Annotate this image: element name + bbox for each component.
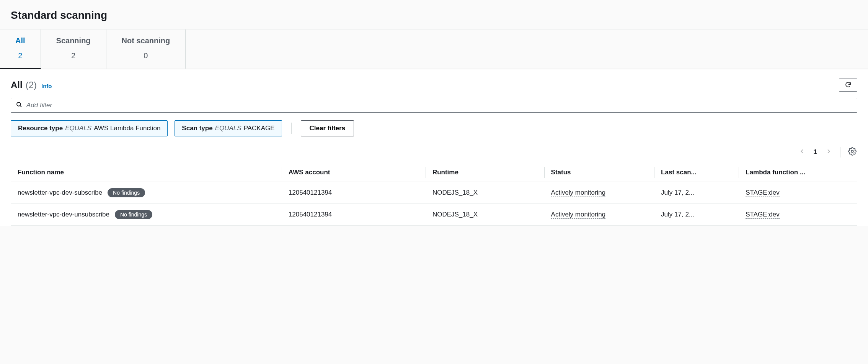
cell-tags: STAGE:dev <box>739 182 857 204</box>
tab-label: All <box>15 36 25 45</box>
filter-key: Scan type <box>182 125 212 132</box>
refresh-icon <box>845 81 852 89</box>
cell-status: Actively monitoring <box>544 204 654 226</box>
divider <box>291 123 292 134</box>
tab-scanning[interactable]: Scanning 2 <box>41 30 106 69</box>
table-row[interactable]: newsletter-vpc-dev-subscribe No findings… <box>11 182 857 204</box>
table-header-row: Function name AWS account Runtime Status… <box>11 163 857 182</box>
status-text: Actively monitoring <box>551 211 606 219</box>
cell-last-scan: July 17, 2... <box>654 204 739 226</box>
tag-text: STAGE:dev <box>746 211 780 219</box>
cell-tags: STAGE:dev <box>739 204 857 226</box>
function-name: newsletter-vpc-dev-unsubscribe <box>18 211 109 218</box>
status-tabs: All 2 Scanning 2 Not scanning 0 <box>0 30 868 69</box>
filter-input-container[interactable] <box>11 98 857 113</box>
tag-text: STAGE:dev <box>746 189 780 197</box>
filter-chip-scan-type[interactable]: Scan type EQUALS PACKAGE <box>175 120 282 136</box>
tab-not-scanning[interactable]: Not scanning 0 <box>106 30 186 69</box>
functions-table: Function name AWS account Runtime Status… <box>11 163 857 226</box>
divider <box>840 147 840 157</box>
tab-label: Scanning <box>56 36 91 45</box>
page-header: Standard scanning <box>0 0 868 30</box>
section-header: All (2) Info <box>11 79 857 92</box>
cell-status: Actively monitoring <box>544 182 654 204</box>
table-row[interactable]: newsletter-vpc-dev-unsubscribe No findin… <box>11 204 857 226</box>
tab-count: 2 <box>15 51 25 60</box>
prev-page-button[interactable] <box>798 147 807 157</box>
cell-runtime: NODEJS_18_X <box>426 182 544 204</box>
filter-value: PACKAGE <box>244 125 275 132</box>
page-title: Standard scanning <box>11 9 857 21</box>
cell-account: 120540121394 <box>282 204 426 226</box>
findings-badge: No findings <box>115 210 152 219</box>
table-settings-button[interactable] <box>847 146 857 157</box>
filter-key: Resource type <box>18 125 63 132</box>
filter-operator: EQUALS <box>65 125 91 132</box>
tab-all[interactable]: All 2 <box>0 30 41 69</box>
next-page-button[interactable] <box>824 147 833 157</box>
search-icon <box>16 101 26 109</box>
findings-badge: No findings <box>108 188 145 197</box>
filter-input[interactable] <box>26 102 852 109</box>
cell-function-name: newsletter-vpc-dev-subscribe No findings <box>11 182 282 204</box>
cell-function-name: newsletter-vpc-dev-unsubscribe No findin… <box>11 204 282 226</box>
section-title-row: All (2) Info <box>11 80 52 90</box>
status-text: Actively monitoring <box>551 189 606 197</box>
tab-label: Not scanning <box>122 36 170 45</box>
svg-line-1 <box>20 105 21 107</box>
page-number: 1 <box>814 148 817 156</box>
col-last-scan[interactable]: Last scan... <box>654 163 739 182</box>
clear-filters-button[interactable]: Clear filters <box>301 120 354 136</box>
section-count: (2) <box>26 80 37 90</box>
gear-icon <box>848 147 857 157</box>
col-runtime[interactable]: Runtime <box>426 163 544 182</box>
filter-chip-resource-type[interactable]: Resource type EQUALS AWS Lambda Function <box>11 120 168 136</box>
col-function-name[interactable]: Function name <box>11 163 282 182</box>
function-name: newsletter-vpc-dev-subscribe <box>18 189 102 197</box>
filter-chips-row: Resource type EQUALS AWS Lambda Function… <box>11 120 857 136</box>
filter-value: AWS Lambda Function <box>94 125 160 132</box>
info-link[interactable]: Info <box>41 83 52 89</box>
cell-last-scan: July 17, 2... <box>654 182 739 204</box>
pagination: 1 <box>11 144 857 163</box>
filter-operator: EQUALS <box>215 125 241 132</box>
refresh-button[interactable] <box>839 79 857 92</box>
content-panel: All (2) Info Resource type EQUALS AWS La… <box>0 69 868 226</box>
col-lambda-tags[interactable]: Lambda function ... <box>739 163 857 182</box>
chevron-right-icon <box>826 148 832 156</box>
tab-count: 0 <box>122 51 170 60</box>
col-aws-account[interactable]: AWS account <box>282 163 426 182</box>
svg-point-0 <box>17 102 21 106</box>
section-title: All <box>11 80 23 90</box>
cell-runtime: NODEJS_18_X <box>426 204 544 226</box>
col-status[interactable]: Status <box>544 163 654 182</box>
svg-point-2 <box>851 150 853 152</box>
chevron-left-icon <box>799 148 805 156</box>
cell-account: 120540121394 <box>282 182 426 204</box>
tab-count: 2 <box>56 51 91 60</box>
